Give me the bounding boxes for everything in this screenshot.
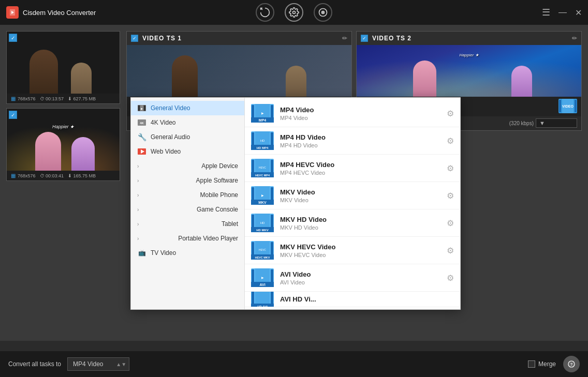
web-video-label: Web Video xyxy=(151,148,181,155)
mkv-hd-info: MKV HD Video MKV HD Video xyxy=(280,216,440,231)
video-item-1-edit[interactable]: ✏ xyxy=(342,35,347,42)
dropdown-item-tablet[interactable]: › Tablet xyxy=(131,217,244,231)
svg-text:?: ? xyxy=(570,362,573,367)
video-item-2-header: ✓ VIDEO TS 2 ✏ xyxy=(357,32,581,45)
main-content: ✓ ▦ 768x576 ⏱ 00:13:57 ⬇ 627.75 MB ✓ Hap… xyxy=(0,25,588,341)
mkv-hd-icon: HD MKV HD xyxy=(251,214,274,232)
mkv-gear-icon[interactable]: ⚙ xyxy=(447,191,454,201)
tv-video-icon: 📺 xyxy=(137,249,146,257)
video-2-checkbox[interactable]: ✓ xyxy=(9,111,17,119)
video-item-2-checkbox[interactable]: ✓ xyxy=(361,35,368,42)
mp4-hd-name: MP4 HD Video xyxy=(280,133,440,141)
minimize-icon[interactable]: — xyxy=(558,8,567,17)
dropdown-item-tv-video[interactable]: 📺 TV Video xyxy=(131,246,244,260)
happier-text: Happier ★ xyxy=(52,124,74,129)
settings-icon[interactable] xyxy=(285,3,303,22)
mp4-info: MP4 Video MP4 Video xyxy=(280,106,440,121)
mp4-hd-gear-icon[interactable]: ⚙ xyxy=(447,136,454,146)
mkv-hd-gear-icon[interactable]: ⚙ xyxy=(447,218,454,228)
svg-text:4K: 4K xyxy=(140,122,144,125)
video-item-1-checkbox[interactable]: ✓ xyxy=(131,35,138,42)
menu-icon[interactable]: ☰ xyxy=(542,7,550,18)
format-dropdown: ▶ General Video 4K 4K Video 🔧 General Au… xyxy=(130,97,461,310)
mp4-name: MP4 Video xyxy=(280,106,440,114)
svg-text:HD: HD xyxy=(260,139,265,142)
video-item-2-thumb: Happier ★ xyxy=(357,45,581,97)
mkv-info: MKV Video MKV Video xyxy=(280,188,440,203)
mkv-hd-sub: MKV HD Video xyxy=(280,224,440,231)
merge-checkbox[interactable] xyxy=(528,360,535,368)
svg-text:HD: HD xyxy=(260,221,265,224)
dropdown-item-game-console[interactable]: › Game Console xyxy=(131,202,244,217)
dropdown-item-4k-video[interactable]: 4K 4K Video xyxy=(131,115,244,130)
mp4-hevc-gear-icon[interactable]: ⚙ xyxy=(447,163,454,173)
dvd-icon[interactable] xyxy=(314,3,332,22)
mp4-hevc-icon: HEVC MP4 HEVC xyxy=(251,159,274,177)
apple-device-label: Apple Device xyxy=(201,162,238,170)
video-card-2[interactable]: ✓ Happier ★ ▦ 768x576 ⏱ 00:03:41 ⬇ 165.7… xyxy=(6,108,120,181)
dropdown-left-nav: ▶ General Video 4K 4K Video 🔧 General Au… xyxy=(131,98,245,309)
avi-icon: AVI ▶ xyxy=(251,268,274,287)
video-1-info: ▦ 768x576 ⏱ 00:13:57 ⬇ 627.75 MB xyxy=(7,94,120,103)
game-console-label: Game Console xyxy=(197,206,238,213)
dropdown-right-formats: MP4 ▶ MP4 Video MP4 Video ⚙ xyxy=(245,98,460,309)
app-logo xyxy=(6,6,19,19)
format-item-mkv[interactable]: MKV ▶ MKV Video MKV Video ⚙ xyxy=(245,182,460,209)
svg-text:MKV: MKV xyxy=(258,201,267,204)
help-button[interactable]: ? xyxy=(563,356,580,372)
svg-text:▶: ▶ xyxy=(261,194,264,197)
avi-name: AVI Video xyxy=(280,270,440,278)
mkv-icon: MKV ▶ xyxy=(251,186,274,205)
mkv-hevc-info: MKV HEVC Video MKV HEVC Video xyxy=(280,243,440,258)
format-item-mp4[interactable]: MP4 ▶ MP4 Video MP4 Video ⚙ xyxy=(245,100,460,127)
mp4-hevc-info: MP4 HEVC Video MP4 HEVC Video xyxy=(280,161,440,176)
format-item-avi[interactable]: AVI ▶ AVI Video AVI Video ⚙ xyxy=(245,264,460,292)
svg-rect-15 xyxy=(138,105,140,111)
app-title: Cisdem Video Converter xyxy=(23,9,96,17)
format-item-mp4-hd[interactable]: HD MP4 HD MP4 HD Video MP4 HD Video ⚙ xyxy=(245,127,460,155)
svg-text:HEVC: HEVC xyxy=(259,248,266,251)
dropdown-item-apple-device[interactable]: › Apple Device xyxy=(131,159,244,173)
close-icon[interactable]: ✕ xyxy=(575,8,582,18)
avi-gear-icon[interactable]: ⚙ xyxy=(447,273,454,283)
svg-text:HEVC MP4: HEVC MP4 xyxy=(255,174,270,177)
video-card-1[interactable]: ✓ ▦ 768x576 ⏱ 00:13:57 ⬇ 627.75 MB xyxy=(6,31,120,104)
apple-software-label: Apple Software xyxy=(196,177,238,184)
mp4-hevc-name: MP4 HEVC Video xyxy=(280,161,440,169)
convert-all-label: Convert all tasks to xyxy=(8,360,61,368)
video-1-checkbox[interactable]: ✓ xyxy=(9,34,17,42)
dropdown-item-portable-video[interactable]: › Portable Video Player xyxy=(131,231,244,246)
svg-text:▶: ▶ xyxy=(261,112,264,115)
format-item-avi-hd[interactable]: HD AVI AVI HD Vi... xyxy=(245,292,460,307)
dropdown-item-general-audio[interactable]: 🔧 General Audio xyxy=(131,130,244,144)
video-item-2-format-select[interactable]: ▼ xyxy=(536,118,577,128)
mkv-hevc-name: MKV HEVC Video xyxy=(280,243,440,251)
format-item-mkv-hevc[interactable]: HEVC MKV HEVC MKV HEVC Video MKV HEVC Vi… xyxy=(245,237,460,264)
svg-rect-11 xyxy=(575,100,577,112)
dropdown-item-general-video[interactable]: ▶ General Video xyxy=(131,101,244,115)
video-item-2-edit[interactable]: ✏ xyxy=(572,35,577,42)
dropdown-item-mobile-phone[interactable]: › Mobile Phone xyxy=(131,188,244,202)
video-item-2-title: VIDEO TS 2 xyxy=(372,35,411,42)
avi-hd-icon: HD AVI xyxy=(251,292,274,307)
mp4-hd-icon: HD MP4 HD xyxy=(251,131,274,150)
svg-text:HD MKV: HD MKV xyxy=(256,229,269,232)
convert-icon[interactable] xyxy=(256,3,274,22)
mobile-phone-arrow: › xyxy=(137,192,139,198)
dropdown-item-web-video[interactable]: Web Video xyxy=(131,144,244,159)
avi-info: AVI Video AVI Video xyxy=(280,270,440,285)
format-item-mp4-hevc[interactable]: HEVC MP4 HEVC MP4 HEVC Video MP4 HEVC Vi… xyxy=(245,155,460,182)
mobile-phone-label: Mobile Phone xyxy=(200,191,238,199)
merge-section: Merge ? xyxy=(528,356,580,372)
format-item-mkv-hd[interactable]: HD MKV HD MKV HD Video MKV HD Video ⚙ xyxy=(245,209,460,237)
convert-format-select[interactable]: MP4 Video MP4 HD Video MKV Video AVI Vid… xyxy=(67,357,129,371)
mp4-gear-icon[interactable]: ⚙ xyxy=(447,109,454,118)
mkv-hevc-sub: MKV HEVC Video xyxy=(280,252,440,258)
mkv-hevc-gear-icon[interactable]: ⚙ xyxy=(447,246,454,255)
svg-text:HEVC MKV: HEVC MKV xyxy=(255,256,270,259)
video-item-1-thumb xyxy=(127,45,351,97)
portable-video-label: Portable Video Player xyxy=(178,235,238,242)
dropdown-item-apple-software[interactable]: › Apple Software xyxy=(131,173,244,188)
video-list: ✓ ▦ 768x576 ⏱ 00:13:57 ⬇ 627.75 MB ✓ Hap… xyxy=(6,31,120,335)
svg-text:HEVC: HEVC xyxy=(259,166,266,169)
